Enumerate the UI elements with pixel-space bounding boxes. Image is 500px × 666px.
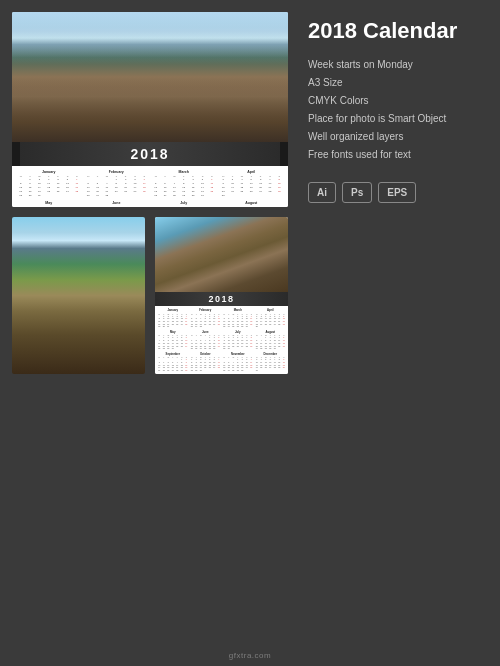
month-apr: April MTWTFSS 2345678 9101112131415 1617… [219,170,285,198]
month-aug: August MTWTFSS 12345 6789101112 13141516… [219,201,285,207]
feature-item-4: Well organized layers [308,130,486,143]
month-jan: January MTWTFSS 234567 891011121314 1516… [16,170,82,198]
months-row-2: May MTWTFSS 123456 78910111213 141516171… [16,201,284,207]
badge-ps: Ps [342,182,372,203]
feature-item-0: Week starts on Monday [308,58,486,71]
month-mar: March MTWTFSS 1234 567891011 12131415161… [151,170,217,198]
calendar-preview-large: 2018 January MTWTFSS 234567 891011121314… [12,12,288,207]
badge-ai: Ai [308,182,336,203]
month-jul: July MTWTFSS 2345678 9101112131415 16171… [151,201,217,207]
cliff-photo [12,217,145,374]
months-row-1: January MTWTFSS 234567 891011121314 1516… [16,170,284,198]
month-feb: February MTWTFSS 1234 567891011 12131415… [84,170,150,198]
calendar-preview-bottom-right: 2018 JanuaryMTWTFSS234567891011121314151… [155,217,288,374]
badge-eps: EPS [378,182,416,203]
calendar-preview-bottom-left: 2018 JanuaryMTWTFSS234567891011121314151… [12,217,145,374]
main-container: 2018 January MTWTFSS 234567 891011121314… [0,0,500,666]
page-title: 2018 Calendar [308,18,486,44]
photo-area-large [12,12,288,142]
feature-item-1: A3 Size [308,76,486,89]
month-may: May MTWTFSS 123456 78910111213 141516171… [16,201,82,207]
right-column: 2018 Calendar Week starts on Monday A3 S… [300,0,500,666]
feature-item-3: Place for photo is Smart Object [308,112,486,125]
left-column: 2018 January MTWTFSS 234567 891011121314… [0,0,300,666]
calendar-grid-tiny-right: JanuaryMTWTFSS23456789101112131415161718… [155,306,288,374]
mountain-photo [12,12,288,142]
year-banner-bottom-right: 2018 [155,292,288,306]
camera-photo [155,217,288,292]
month-jun: June MTWTFSS 123 45678910 11121314151617… [84,201,150,207]
format-badges: Ai Ps EPS [308,182,486,203]
bottom-cards-row: 2018 JanuaryMTWTFSS234567891011121314151… [12,217,288,374]
feature-item-2: CMYK Colors [308,94,486,107]
feature-item-5: Free fonts used for text [308,148,486,161]
watermark: gfxtra.com [229,651,271,660]
calendar-grid-large: January MTWTFSS 234567 891011121314 1516… [12,166,288,207]
feature-list: Week starts on Monday A3 Size CMYK Color… [308,58,486,166]
year-banner-large: 2018 [12,142,288,166]
